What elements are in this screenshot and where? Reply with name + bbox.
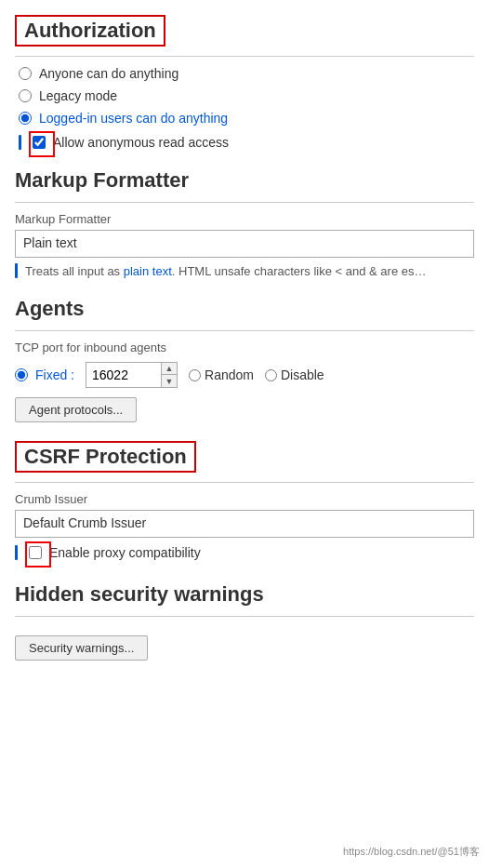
agents-disable-option[interactable]: Disable bbox=[265, 367, 324, 382]
port-spinner: ▲ ▼ bbox=[161, 363, 177, 387]
authorization-section: Authorization Anyone can do anything Leg… bbox=[15, 15, 474, 150]
agents-fixed-label: Fixed : bbox=[35, 367, 74, 382]
auth-radio-legacy[interactable] bbox=[19, 89, 32, 102]
markup-select-display[interactable]: Plain text bbox=[15, 230, 474, 258]
agents-random-radio[interactable] bbox=[189, 369, 201, 381]
auth-option-1[interactable]: Anyone can do anything bbox=[19, 66, 474, 81]
markup-info: Treats all input as plain text. HTML uns… bbox=[25, 264, 427, 278]
proxy-checkbox-row[interactable]: Enable proxy compatibility bbox=[29, 545, 474, 560]
csrf-divider bbox=[15, 482, 474, 483]
blue-bar-csrf bbox=[15, 545, 18, 560]
agents-divider bbox=[15, 330, 474, 331]
markup-formatter-section: Markup Formatter Markup Formatter Plain … bbox=[15, 168, 474, 278]
csrf-crumb-label: Crumb Issuer bbox=[15, 492, 474, 506]
auth-divider bbox=[15, 56, 474, 57]
hidden-security-section: Hidden security warnings Security warnin… bbox=[15, 582, 474, 661]
security-warnings-button[interactable]: Security warnings... bbox=[15, 635, 148, 661]
agent-protocols-button[interactable]: Agent protocols... bbox=[15, 397, 137, 422]
blue-bar-auth bbox=[19, 135, 21, 150]
csrf-title: CSRF Protection bbox=[15, 441, 196, 473]
agents-title: Agents bbox=[15, 297, 85, 320]
auth-radio-anyone[interactable] bbox=[19, 67, 32, 80]
agents-tcp-label: TCP port for inbound agents bbox=[15, 341, 474, 354]
proxy-label: Enable proxy compatibility bbox=[49, 545, 201, 560]
plain-text-link[interactable]: plain text bbox=[124, 264, 172, 278]
auth-label-anyone: Anyone can do anything bbox=[39, 66, 178, 81]
csrf-crumb-value: Default Crumb Issuer bbox=[23, 515, 146, 530]
csrf-crumb-field-wrap[interactable]: Default Crumb Issuer bbox=[15, 510, 474, 538]
blue-bar-markup bbox=[15, 263, 18, 278]
agents-section: Agents TCP port for inbound agents Fixed… bbox=[15, 297, 474, 422]
markup-selected-value: Plain text bbox=[23, 235, 77, 250]
agents-port-row: Fixed : 16022 ▲ ▼ Random Disable bbox=[15, 362, 474, 388]
agents-disable-label: Disable bbox=[281, 367, 324, 382]
auth-label-loggedin: Logged-in users can do anything bbox=[39, 111, 228, 126]
watermark: https://blog.csdn.net/@51博客 bbox=[343, 845, 480, 859]
agents-disable-radio[interactable] bbox=[265, 369, 277, 381]
csrf-section: CSRF Protection Crumb Issuer Default Cru… bbox=[15, 441, 474, 560]
agents-fixed-radio[interactable] bbox=[15, 368, 28, 381]
agents-random-label: Random bbox=[205, 367, 254, 382]
markup-title: Markup Formatter bbox=[15, 168, 189, 192]
agents-fixed-option[interactable]: Fixed : bbox=[15, 367, 74, 382]
anonymous-checkbox[interactable] bbox=[33, 136, 46, 149]
port-input[interactable]: 16022 bbox=[86, 363, 161, 387]
auth-option-3[interactable]: Logged-in users can do anything bbox=[19, 111, 474, 126]
markup-divider bbox=[15, 202, 474, 203]
anonymous-checkbox-row[interactable]: Allow anonymous read access bbox=[33, 135, 474, 150]
port-input-wrap[interactable]: 16022 ▲ ▼ bbox=[86, 362, 178, 388]
hidden-security-divider bbox=[15, 616, 474, 617]
agents-random-option[interactable]: Random bbox=[189, 367, 254, 382]
markup-label: Markup Formatter bbox=[15, 212, 474, 226]
auth-label-legacy: Legacy mode bbox=[39, 88, 117, 103]
spin-up[interactable]: ▲ bbox=[162, 363, 177, 375]
proxy-checkbox[interactable] bbox=[29, 546, 42, 559]
authorization-title: Authorization bbox=[15, 15, 165, 47]
anonymous-label: Allow anonymous read access bbox=[53, 135, 229, 150]
hidden-security-title: Hidden security warnings bbox=[15, 582, 264, 606]
auth-radio-loggedin[interactable] bbox=[19, 112, 32, 125]
auth-radio-group: Anyone can do anything Legacy mode Logge… bbox=[19, 66, 474, 126]
spin-down[interactable]: ▼ bbox=[162, 375, 177, 387]
markup-dropdown-wrap[interactable]: Plain text bbox=[15, 230, 474, 258]
auth-option-2[interactable]: Legacy mode bbox=[19, 88, 474, 103]
